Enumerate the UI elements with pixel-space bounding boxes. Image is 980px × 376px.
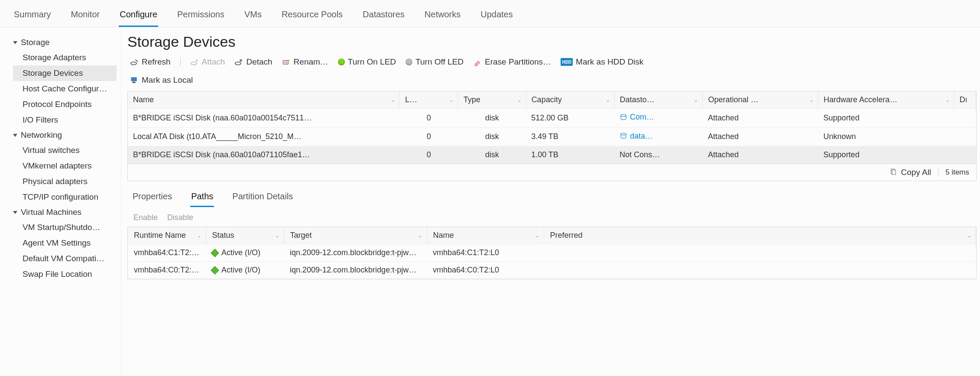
col-header-name[interactable]: Name⌄: [128, 91, 399, 109]
sidebar-item-physical-adapters[interactable]: Physical adapters: [13, 174, 117, 189]
col-header-datastore[interactable]: Datasto…⌄: [614, 91, 703, 109]
svg-rect-6: [133, 81, 135, 82]
rename-button[interactable]: Ab Renam…: [282, 57, 328, 67]
cell-lun: 0: [399, 109, 458, 128]
col-header-target[interactable]: Target⌄: [284, 227, 427, 244]
tab-updates[interactable]: Updates: [480, 6, 514, 27]
cell-datastore: Com…: [614, 109, 703, 128]
sidebar-group-vms[interactable]: Virtual Machines: [13, 205, 117, 220]
chevron-down-icon: ⌄: [809, 97, 814, 103]
footer-label: Copy All: [901, 168, 931, 177]
cell-drive: [954, 146, 976, 164]
svg-text:Ab: Ab: [284, 61, 287, 64]
main-content: Storage Devices Refresh Attach Detac: [121, 27, 980, 376]
cell-status: Active (I/O): [206, 262, 284, 279]
datastore-link[interactable]: Com…: [620, 113, 654, 122]
enable-button[interactable]: Enable: [133, 213, 158, 222]
chevron-down-icon: ⌄: [535, 233, 539, 239]
cell-name: vmhba64:C1:T2:L0: [427, 244, 544, 262]
erase-partitions-button[interactable]: Erase Partitions…: [473, 57, 551, 67]
path-actions: Enable Disable: [127, 207, 977, 227]
table-row[interactable]: vmhba64:C0:T2:L0Active (I/O)iqn.2009-12.…: [128, 262, 976, 279]
subtab-properties[interactable]: Properties: [132, 189, 173, 207]
table-row[interactable]: B*BRIDGE iSCSI Disk (naa.60a010a071105fa…: [128, 146, 976, 164]
cell-type: disk: [458, 146, 526, 164]
sidebar-item-virtual-switches[interactable]: Virtual switches: [13, 143, 117, 158]
col-header-capacity[interactable]: Capacity⌄: [526, 91, 614, 109]
cell-drive: [954, 127, 976, 146]
sidebar-group-networking[interactable]: Networking: [13, 128, 117, 143]
svg-rect-11: [892, 170, 896, 175]
col-header-hw-accel[interactable]: Hardware Accelera…⌄: [818, 91, 954, 109]
toolbar-separator: [180, 57, 181, 67]
refresh-icon: [130, 58, 139, 66]
cell-name: vmhba64:C0:T2:L0: [427, 262, 544, 279]
sidebar-item-storage-devices[interactable]: Storage Devices: [13, 65, 117, 81]
col-header-runtime-name[interactable]: Runtime Name⌄: [128, 227, 206, 244]
sidebar-item-tcpip-config[interactable]: TCP/IP configuration: [13, 189, 117, 205]
sidebar-item-vm-startup[interactable]: VM Startup/Shutdo…: [13, 220, 117, 235]
turn-on-led-button[interactable]: Turn On LED: [338, 57, 396, 67]
cell-operational: Attached: [703, 127, 818, 146]
svg-point-2: [235, 62, 241, 65]
active-status-icon: [211, 266, 219, 275]
table-row[interactable]: Local ATA Disk (t10.ATA_____Micron_5210_…: [128, 127, 976, 146]
caret-down-icon: [13, 41, 17, 44]
col-header-operational[interactable]: Operational …⌄: [703, 91, 818, 109]
toolbar: Refresh Attach Detach Ab Renam…: [127, 56, 977, 91]
cell-type: disk: [458, 127, 526, 146]
refresh-button[interactable]: Refresh: [130, 57, 171, 67]
sidebar-item-protocol-endpoints[interactable]: Protocol Endpoints: [13, 97, 117, 112]
turn-off-led-button[interactable]: Turn Off LED: [406, 57, 464, 67]
col-header-path-name[interactable]: Name⌄: [427, 227, 544, 244]
col-header-status[interactable]: Status⌄: [206, 227, 284, 244]
tab-vms[interactable]: VMs: [243, 6, 263, 27]
col-header-preferred[interactable]: Preferred⌄: [544, 227, 976, 244]
devices-grid-footer: Copy All 5 items: [128, 164, 976, 181]
tab-monitor[interactable]: Monitor: [70, 6, 101, 27]
tab-configure[interactable]: Configure: [119, 6, 158, 27]
detail-tabs: Properties Paths Partition Details: [127, 181, 977, 207]
erase-icon: [473, 58, 482, 66]
toolbar-label: Mark as HDD Disk: [576, 57, 643, 67]
sidebar-item-agent-vm-settings[interactable]: Agent VM Settings: [13, 235, 117, 251]
toolbar-label: Renam…: [294, 57, 328, 67]
sidebar-item-swap-file-location[interactable]: Swap File Location: [13, 266, 117, 282]
col-header-lun[interactable]: L…⌄: [399, 91, 458, 109]
disable-button[interactable]: Disable: [167, 213, 193, 222]
tab-resource-pools[interactable]: Resource Pools: [281, 6, 344, 27]
detach-button[interactable]: Detach: [234, 57, 272, 67]
tab-datastores[interactable]: Datastores: [362, 6, 406, 27]
mark-hdd-button[interactable]: HDD Mark as HDD Disk: [561, 57, 643, 67]
table-row[interactable]: vmhba64:C1:T2:L0Active (I/O)iqn.2009-12.…: [128, 244, 976, 262]
sidebar-item-io-filters[interactable]: I/O Filters: [13, 112, 117, 128]
cell-preferred: [544, 262, 976, 279]
datastore-link[interactable]: data…: [620, 132, 653, 141]
table-row[interactable]: B*BRIDGE iSCSI Disk (naa.60a010a00154c75…: [128, 109, 976, 128]
chevron-down-icon: ⌄: [275, 233, 279, 239]
sidebar-item-host-cache[interactable]: Host Cache Configur…: [13, 81, 117, 97]
col-header-type[interactable]: Type⌄: [458, 91, 526, 109]
toolbar-label: Turn Off LED: [415, 57, 464, 67]
sidebar-item-default-vm-compat[interactable]: Default VM Compati…: [13, 251, 117, 266]
chevron-down-icon: ⌄: [391, 97, 395, 103]
col-header-drive[interactable]: Dı: [954, 91, 976, 109]
paths-grid: Runtime Name⌄ Status⌄ Target⌄ Name⌄ Pref…: [127, 227, 977, 279]
subtab-partition-details[interactable]: Partition Details: [231, 189, 294, 207]
sidebar-group-storage[interactable]: Storage: [13, 35, 117, 50]
tab-permissions[interactable]: Permissions: [176, 6, 225, 27]
sidebar-item-vmkernel-adapters[interactable]: VMkernel adapters: [13, 158, 117, 174]
chevron-down-icon: ⌄: [418, 233, 422, 239]
cell-name: Local ATA Disk (t10.ATA_____Micron_5210_…: [128, 127, 399, 146]
copy-all-button[interactable]: Copy All: [889, 168, 931, 177]
sidebar-item-storage-adapters[interactable]: Storage Adapters: [13, 50, 117, 65]
tab-summary[interactable]: Summary: [13, 6, 52, 27]
led-on-icon: [338, 58, 345, 65]
sidebar-group-label: Virtual Machines: [21, 207, 81, 217]
chevron-down-icon: ⌄: [606, 97, 610, 103]
tab-networks[interactable]: Networks: [424, 6, 461, 27]
subtab-paths[interactable]: Paths: [190, 189, 214, 207]
mark-local-button[interactable]: Mark as Local: [130, 75, 977, 85]
attach-icon: [190, 58, 199, 66]
toolbar-label: Detach: [246, 57, 272, 67]
